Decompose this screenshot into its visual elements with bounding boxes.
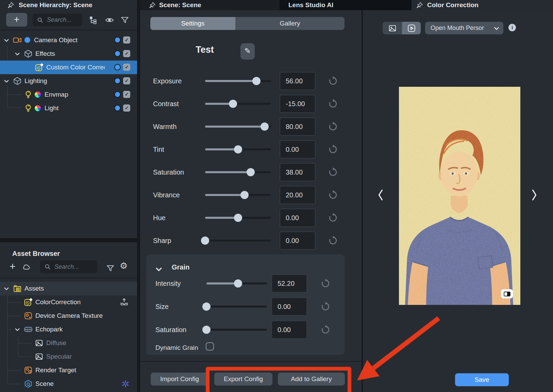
- slider-track[interactable]: [205, 103, 271, 105]
- chevron-down-icon[interactable]: [4, 80, 9, 83]
- layer-dot-toggle[interactable]: [114, 78, 121, 84]
- chevron-down-icon[interactable]: [156, 267, 162, 272]
- layer-dot-toggle[interactable]: [114, 105, 121, 111]
- slider-track[interactable]: [205, 217, 271, 219]
- tab-lens-studio-ai[interactable]: Lens Studio AI: [280, 0, 412, 10]
- layer-dot-toggle[interactable]: [114, 50, 121, 57]
- slider-value-input[interactable]: 56.00: [280, 72, 316, 90]
- slider-value-input[interactable]: 38.00: [280, 163, 316, 181]
- info-icon[interactable]: i: [508, 24, 516, 31]
- export-tray-icon[interactable]: [120, 298, 129, 307]
- slider-knob[interactable]: [202, 326, 211, 334]
- chevron-down-icon[interactable]: [15, 52, 20, 56]
- chevron-down-icon[interactable]: [4, 39, 9, 42]
- video-mode-button[interactable]: [402, 22, 421, 34]
- slider-value-input[interactable]: -15.00: [280, 95, 316, 113]
- slider-knob[interactable]: [261, 122, 269, 131]
- reset-icon[interactable]: [328, 190, 338, 200]
- tree-row-envmap[interactable]: Envmap✓: [0, 88, 137, 101]
- slider-value-input[interactable]: 0.00: [271, 297, 307, 316]
- tab-scene-scene[interactable]: Scene: Scene: [140, 0, 280, 10]
- slider-value-input[interactable]: 0.00: [271, 321, 307, 339]
- tab-gallery[interactable]: Gallery: [235, 17, 345, 30]
- preset-dropdown[interactable]: Open Mouth Person 5: [425, 22, 503, 34]
- previous-arrow-button[interactable]: [378, 189, 384, 201]
- asset-search-box[interactable]: [40, 260, 97, 273]
- layer-dot-toggle[interactable]: [114, 91, 121, 98]
- image-mode-button[interactable]: [383, 22, 402, 34]
- slider-track[interactable]: [206, 282, 267, 284]
- reset-icon[interactable]: [328, 213, 338, 223]
- slider-track[interactable]: [205, 80, 271, 82]
- slider-value-input[interactable]: 0.00: [280, 140, 316, 159]
- asset-search-input[interactable]: [54, 263, 89, 271]
- reset-icon[interactable]: [328, 99, 338, 109]
- slider-value-input[interactable]: 80.00: [280, 117, 316, 136]
- filter-icon[interactable]: [120, 16, 129, 24]
- pin-icon[interactable]: [416, 2, 423, 9]
- reset-icon[interactable]: [328, 144, 338, 154]
- reset-icon[interactable]: [328, 121, 338, 132]
- slider-track[interactable]: [206, 306, 267, 308]
- reset-icon[interactable]: [328, 235, 338, 246]
- slider-knob[interactable]: [229, 100, 237, 108]
- pin-icon[interactable]: [149, 2, 156, 9]
- slider-knob[interactable]: [202, 303, 211, 311]
- slider-track[interactable]: [205, 126, 271, 128]
- slider-knob[interactable]: [234, 214, 242, 222]
- slider-value-input[interactable]: 0.00: [280, 209, 316, 227]
- chevron-down-icon[interactable]: [4, 287, 9, 291]
- slider-track[interactable]: [205, 240, 271, 242]
- tree-row-custom-color-correction[interactable]: Custom Color Correction✓: [0, 61, 137, 74]
- import-config-button[interactable]: Import Config: [151, 373, 208, 386]
- tree-row-render-target[interactable]: Render Target: [0, 363, 137, 377]
- tree-row-scene[interactable]: Scene: [0, 377, 137, 391]
- tree-row-device-camera-texture[interactable]: Device Camera Texture: [0, 309, 137, 323]
- next-arrow-button[interactable]: [531, 189, 537, 201]
- tree-row-colorcorrection[interactable]: ColorCorrection: [0, 295, 137, 309]
- pin-icon[interactable]: [7, 2, 14, 9]
- slider-knob[interactable]: [234, 145, 242, 153]
- tree-row-assets[interactable]: Assets: [0, 282, 137, 295]
- tree-row-effects[interactable]: Effects✓: [0, 47, 137, 61]
- tree-row-diffuse[interactable]: Diffuse: [0, 336, 137, 350]
- tree-row-camera-object[interactable]: Camera Object✓: [0, 33, 137, 47]
- layer-dot-toggle[interactable]: [114, 64, 121, 70]
- slider-knob[interactable]: [240, 191, 249, 199]
- slider-value-input[interactable]: 52.20: [271, 274, 307, 293]
- edit-name-button[interactable]: ✎: [240, 43, 255, 60]
- slider-value-input[interactable]: 20.00: [280, 186, 316, 204]
- chevron-down-icon[interactable]: [15, 328, 20, 331]
- reset-icon[interactable]: [328, 76, 338, 86]
- filter-icon[interactable]: [106, 264, 115, 273]
- enabled-checkbox[interactable]: ✓: [123, 104, 130, 112]
- reset-icon[interactable]: [328, 167, 338, 177]
- compare-toggle-button[interactable]: [501, 289, 513, 298]
- dynamic-grain-checkbox[interactable]: [206, 342, 214, 350]
- cloud-icon[interactable]: [22, 263, 31, 272]
- slider-knob[interactable]: [252, 77, 261, 85]
- save-button[interactable]: Save: [455, 373, 509, 386]
- export-config-button[interactable]: Export Config: [214, 373, 272, 386]
- slider-knob[interactable]: [234, 279, 242, 288]
- add-to-gallery-button[interactable]: Add to Gallery: [278, 373, 345, 386]
- enabled-checkbox[interactable]: ✓: [123, 36, 130, 44]
- reset-icon[interactable]: [320, 278, 331, 289]
- tab-settings[interactable]: Settings: [150, 17, 235, 30]
- tree-row-specular[interactable]: Specular: [0, 350, 137, 363]
- scene-search-box[interactable]: [33, 14, 82, 26]
- reset-icon[interactable]: [320, 325, 331, 335]
- slider-track[interactable]: [205, 148, 271, 150]
- slider-knob[interactable]: [201, 236, 209, 245]
- slider-knob[interactable]: [247, 168, 255, 176]
- reset-icon[interactable]: [320, 301, 331, 312]
- slider-track[interactable]: [205, 171, 271, 173]
- tree-row-lighting[interactable]: Lighting✓: [0, 74, 137, 88]
- add-asset-button[interactable]: +: [7, 261, 18, 272]
- slider-track[interactable]: [206, 329, 267, 331]
- visibility-eye-icon[interactable]: [105, 16, 114, 24]
- enabled-checkbox[interactable]: ✓: [123, 50, 130, 57]
- enabled-checkbox[interactable]: ✓: [123, 64, 130, 71]
- layer-dot-toggle[interactable]: [114, 37, 121, 43]
- slider-value-input[interactable]: 0.00: [280, 231, 316, 250]
